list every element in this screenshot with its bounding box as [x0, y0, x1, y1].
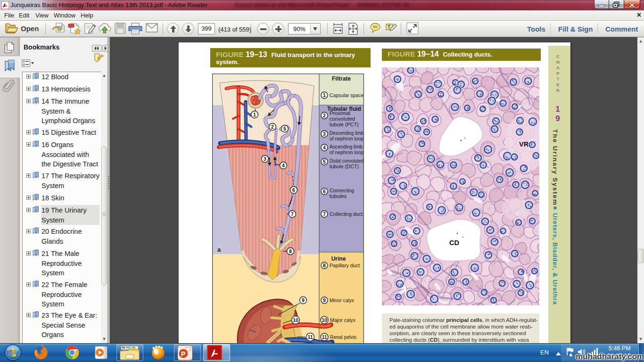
- svg-text:10: 10: [293, 317, 298, 323]
- svg-text:9: 9: [323, 297, 326, 303]
- svg-text:11: 11: [307, 334, 313, 340]
- svg-text:Ascending limb: Ascending limb: [330, 144, 363, 149]
- svg-text:2: 2: [323, 113, 326, 118]
- svg-text:T: T: [388, 25, 390, 30]
- svg-text:Connecting: Connecting: [330, 188, 354, 193]
- svg-text:3: 3: [264, 156, 266, 162]
- svg-text:P: P: [181, 350, 185, 358]
- svg-text:of nephron loop: of nephron loop: [330, 149, 363, 155]
- svg-text:Descending limb: Descending limb: [330, 130, 363, 136]
- svg-text:6: 6: [323, 189, 326, 194]
- svg-text:Major calyx: Major calyx: [330, 317, 356, 323]
- svg-text:7: 7: [291, 211, 294, 217]
- svg-text:tubules: tubules: [330, 193, 347, 199]
- svg-text:5: 5: [323, 159, 326, 165]
- svg-text:7: 7: [323, 211, 326, 217]
- svg-text:1: 1: [253, 112, 256, 117]
- svg-text:Filtrate: Filtrate: [332, 75, 351, 82]
- svg-text:6: 6: [292, 187, 295, 193]
- svg-text:Papillary duct: Papillary duct: [330, 263, 360, 268]
- svg-text:11: 11: [322, 334, 327, 340]
- svg-text:Renal pelvis: Renal pelvis: [330, 334, 357, 340]
- svg-text:tubule (PCT): tubule (PCT): [330, 122, 359, 127]
- svg-text:of nephron loop: of nephron loop: [330, 136, 363, 141]
- svg-text:10: 10: [322, 317, 327, 323]
- svg-text:tubule (DCT): tubule (DCT): [330, 164, 359, 169]
- svg-text:3: 3: [323, 131, 326, 137]
- svg-text:Minor calyx: Minor calyx: [330, 297, 355, 303]
- svg-text:8: 8: [323, 263, 326, 268]
- svg-text:5: 5: [283, 126, 286, 132]
- svg-text:Distal convoluted: Distal convoluted: [330, 158, 363, 164]
- svg-text:2: 2: [271, 124, 274, 130]
- svg-text:9: 9: [302, 297, 305, 303]
- svg-text:convoluted: convoluted: [330, 116, 355, 122]
- svg-text:Proximal: Proximal: [330, 110, 350, 116]
- svg-text:Urine: Urine: [331, 255, 346, 262]
- svg-text:CD: CD: [449, 239, 459, 247]
- svg-text:4: 4: [323, 145, 326, 150]
- svg-text:VR: VR: [519, 140, 529, 148]
- svg-text:4: 4: [282, 163, 285, 168]
- svg-text:a: a: [217, 246, 221, 253]
- svg-text:8: 8: [289, 248, 292, 254]
- svg-text:1: 1: [323, 92, 326, 98]
- svg-text:Capsular space: Capsular space: [330, 92, 363, 98]
- svg-text:Collecting duct: Collecting duct: [330, 211, 363, 217]
